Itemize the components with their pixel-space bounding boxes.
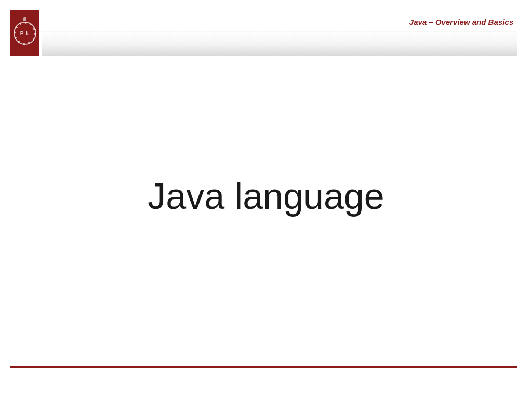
university-logo: P Ł: [10, 10, 39, 56]
header-subtitle: Java – Overview and Basics: [409, 18, 513, 26]
slide-header: P Ł Java – Overview and Basics: [0, 0, 532, 56]
footer-divider: [10, 366, 517, 368]
logo-letters: P Ł: [20, 30, 30, 36]
logo-emblem: P Ł: [14, 22, 36, 45]
slide-title: Java language: [148, 176, 384, 217]
header-gradient-band: [42, 31, 517, 56]
slide-body: Java language: [0, 56, 532, 357]
header-divider: [42, 30, 517, 30]
